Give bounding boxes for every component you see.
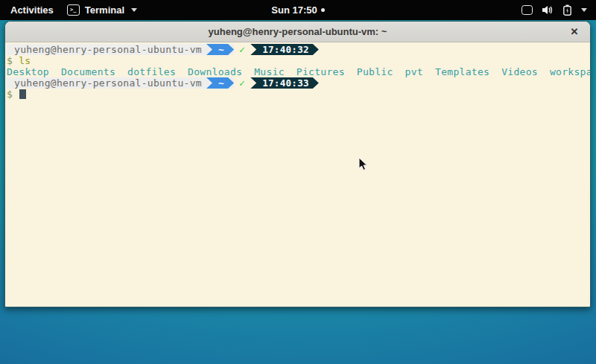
time-badge: 17:40:32 (250, 44, 319, 55)
mouse-cursor-icon (358, 157, 368, 171)
command-line-ls: $ ls (7, 55, 589, 66)
window-title: yuheng@henry-personal-ubuntu-vm: ~ (209, 26, 387, 37)
terminal-app-icon: >_ (67, 4, 80, 16)
prompt-line-2: yuheng@henry-personal-ubuntu-vm ~ ✓ 17:4… (7, 77, 589, 89)
prompt-strip: yuheng@henry-personal-ubuntu-vm ~ (7, 77, 234, 89)
ls-entry: dotfiles (127, 66, 176, 77)
prompt-symbol: $ (7, 55, 13, 66)
app-menu-label: Terminal (85, 4, 124, 16)
prompt-symbol: $ (7, 89, 13, 100)
cwd-label: ~ (218, 44, 224, 55)
ls-output-line: DesktopDocumentsdotfilesDownloadsMusicPi… (7, 66, 589, 77)
notification-dot-icon (321, 8, 325, 12)
activities-button[interactable]: Activities (7, 4, 57, 16)
prompt-line-1: yuheng@henry-personal-ubuntu-vm ~ ✓ 17:4… (7, 44, 589, 55)
ls-entry: Videos (501, 66, 538, 77)
battery-charging-icon (563, 4, 571, 16)
close-icon: ✕ (571, 26, 579, 37)
status-check-icon: ✓ (239, 44, 245, 55)
ls-entry: workspace (550, 66, 591, 77)
window-titlebar[interactable]: yuheng@henry-personal-ubuntu-vm: ~ ✕ (5, 22, 590, 42)
time-label: 17:40:32 (262, 44, 309, 55)
prompt-strip: yuheng@henry-personal-ubuntu-vm ~ (7, 44, 234, 55)
volume-icon (542, 5, 554, 15)
current-input-line[interactable]: $ (7, 89, 589, 100)
terminal-content[interactable]: yuheng@henry-personal-ubuntu-vm ~ ✓ 17:4… (5, 42, 590, 307)
cwd-badge: ~ (206, 44, 234, 55)
status-check-icon: ✓ (239, 77, 245, 89)
time-badge: 17:40:33 (250, 77, 319, 89)
top-bar-left: Activities >_ Terminal (0, 4, 137, 16)
command-text: ls (19, 55, 31, 66)
ls-entry: Templates (435, 66, 489, 77)
chevron-down-icon (131, 8, 137, 12)
terminal-cursor (19, 89, 26, 99)
cwd-badge: ~ (206, 77, 234, 89)
ls-entry: Pictures (297, 66, 345, 77)
close-button[interactable]: ✕ (568, 26, 580, 38)
clock-button[interactable]: Sun 17:50 (271, 4, 324, 16)
prompt-user-host: yuheng@henry-personal-ubuntu-vm (14, 77, 202, 89)
ls-entry: Downloads (188, 66, 242, 77)
terminal-window: yuheng@henry-personal-ubuntu-vm: ~ ✕ yuh… (4, 21, 591, 307)
cwd-label: ~ (218, 77, 224, 89)
system-tray[interactable] (522, 4, 596, 16)
prompt-user-host: yuheng@henry-personal-ubuntu-vm (14, 44, 202, 55)
ls-entry: Public (357, 66, 393, 77)
time-label: 17:40:33 (262, 77, 309, 89)
system-menu-chevron-icon (581, 8, 587, 12)
app-menu-terminal[interactable]: >_ Terminal (67, 4, 137, 16)
top-bar: Activities >_ Terminal Sun 17:50 (0, 0, 596, 20)
ls-entry: pvt (405, 66, 423, 77)
ls-entry: Documents (61, 66, 115, 77)
ls-entry: Desktop (7, 66, 49, 77)
ls-entry: Music (254, 66, 285, 77)
screen-share-icon (522, 5, 533, 15)
clock-label: Sun 17:50 (271, 4, 317, 16)
